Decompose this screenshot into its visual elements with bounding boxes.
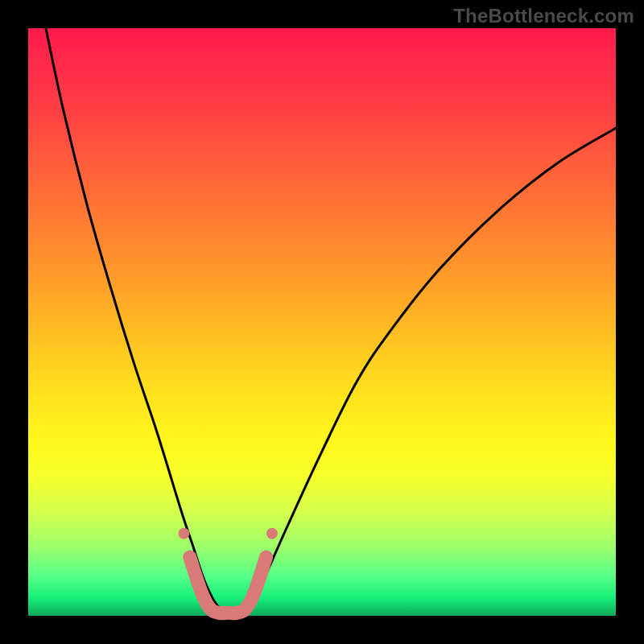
marker-layer [178,528,278,613]
watermark-text: TheBottleneck.com [453,5,634,27]
chart-svg [28,28,616,616]
optimal-band-dot-right [266,528,278,539]
bottleneck-curve [46,28,616,614]
optimal-band-dot-left [178,528,189,539]
curve-layer [46,28,616,614]
outer-frame: TheBottleneck.com [0,0,644,644]
optimal-band-path [190,557,266,613]
